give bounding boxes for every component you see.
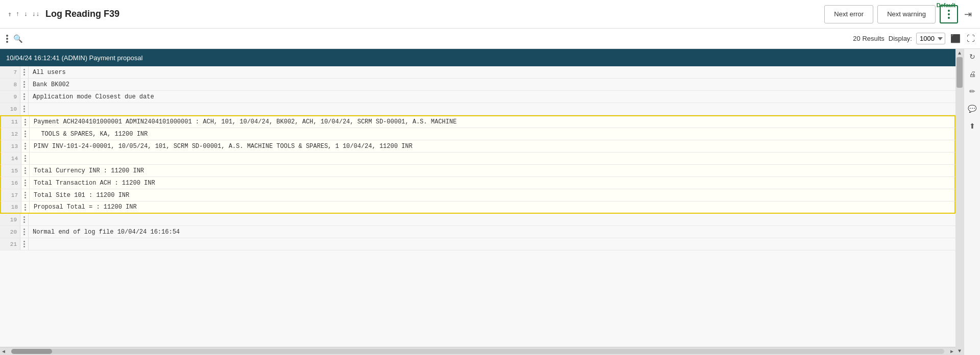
line-content: TOOLS & SPARES, KA, 11200 INR bbox=[30, 128, 954, 140]
next-warning-button[interactable]: Next warning bbox=[877, 5, 936, 23]
scroll-left-arrow[interactable]: ◀ bbox=[0, 348, 7, 354]
line-menu[interactable] bbox=[20, 214, 29, 225]
log-line: 15Total Currency INR : 11200 INR bbox=[0, 165, 955, 177]
line-menu[interactable] bbox=[20, 91, 29, 103]
line-menu[interactable] bbox=[21, 153, 30, 164]
fullscreen-icon-button[interactable]: ⛶ bbox=[966, 33, 976, 44]
display-select[interactable]: 1000 100 500 5000 bbox=[916, 33, 945, 44]
scrollbar-track[interactable] bbox=[11, 349, 944, 354]
page-title: Log Reading F39 bbox=[45, 9, 119, 19]
layers-icon-button[interactable]: ⬛ bbox=[949, 33, 962, 44]
log-line: 12 TOOLS & SPARES, KA, 11200 INR bbox=[0, 128, 955, 140]
log-line: 8Bank BK002 bbox=[0, 79, 955, 91]
results-count: 20 Results bbox=[853, 35, 884, 42]
tmenu-dot2 bbox=[6, 38, 8, 40]
log-line: 10 bbox=[0, 103, 955, 115]
search-button[interactable]: 🔍 bbox=[13, 34, 23, 43]
toolbar-menu-button[interactable] bbox=[4, 33, 10, 45]
line-menu[interactable] bbox=[20, 226, 29, 238]
line-content: PINV INV-101-24-00001, 10/05/24, 101, SC… bbox=[30, 140, 954, 152]
pencil-icon-button[interactable]: ✏ bbox=[968, 86, 977, 97]
nav-down-last-icon[interactable]: ↓↓ bbox=[30, 9, 41, 19]
line-content: Bank BK002 bbox=[29, 79, 955, 90]
log-line: 7All users bbox=[0, 66, 955, 79]
toolbar-left: 🔍 bbox=[4, 33, 23, 45]
next-error-button[interactable]: Next error bbox=[824, 5, 873, 23]
nav-up-first-icon[interactable]: ⇑ bbox=[6, 9, 13, 19]
line-menu[interactable] bbox=[20, 238, 29, 250]
log-line: 21 bbox=[0, 238, 955, 250]
line-menu[interactable] bbox=[21, 116, 30, 128]
scroll-down-button[interactable]: ▼ bbox=[955, 347, 964, 355]
line-number: 21 bbox=[0, 238, 20, 250]
log-line: 20Normal end of log file 10/04/24 16:16:… bbox=[0, 226, 955, 238]
vertical-scrollbar[interactable]: ▲ ▼ bbox=[955, 49, 964, 355]
nav-up-icon[interactable]: ↑ bbox=[14, 9, 21, 19]
default-badge: Default bbox=[937, 2, 955, 8]
line-number: 19 bbox=[0, 214, 20, 225]
toolbar-right: 20 Results Display: 1000 100 500 5000 ⬛ … bbox=[853, 33, 976, 44]
line-number: 14 bbox=[1, 153, 21, 164]
scrollbar-thumb bbox=[11, 349, 52, 354]
line-number: 12 bbox=[1, 128, 21, 140]
scroll-right-arrow[interactable]: ▶ bbox=[948, 348, 955, 354]
line-number: 16 bbox=[1, 177, 21, 189]
tmenu-dot3 bbox=[6, 41, 8, 43]
line-number: 8 bbox=[0, 79, 20, 90]
line-menu[interactable] bbox=[21, 140, 30, 152]
log-lines-container[interactable]: 7All users8Bank BK0029Application mode C… bbox=[0, 66, 955, 347]
log-line: 9Application mode Closest due date bbox=[0, 91, 955, 103]
top-bar-left: ⇑ ↑ ↓ ↓↓ Log Reading F39 bbox=[6, 9, 119, 19]
line-content bbox=[29, 238, 955, 250]
right-icons-panel: ↻ 🖨 ✏ 💬 ⬆ bbox=[964, 49, 980, 355]
scroll-thumb bbox=[957, 57, 963, 88]
display-label: Display: bbox=[889, 35, 912, 42]
toolbar-row: 🔍 20 Results Display: 1000 100 500 5000 … bbox=[0, 29, 980, 49]
log-line: 17Total Site 101 : 11200 INR bbox=[0, 189, 955, 201]
log-header-text: 10/04/24 16:12:41 (ADMIN) Payment propos… bbox=[6, 54, 142, 62]
line-number: 9 bbox=[0, 91, 20, 103]
line-content: Total Site 101 : 11200 INR bbox=[30, 189, 954, 201]
log-line: 11Payment ACH2404101000001 ADMIN24041010… bbox=[0, 115, 955, 128]
line-menu[interactable] bbox=[21, 128, 30, 140]
scroll-up-button[interactable]: ▲ bbox=[955, 49, 964, 57]
scroll-track[interactable] bbox=[955, 57, 964, 347]
line-menu[interactable] bbox=[20, 103, 29, 115]
line-number: 7 bbox=[0, 66, 20, 78]
dot2 bbox=[948, 13, 950, 15]
message-icon-button[interactable]: 💬 bbox=[966, 103, 978, 114]
line-content: Payment ACH2404101000001 ADMIN2404101000… bbox=[30, 116, 954, 128]
tmenu-dot1 bbox=[6, 35, 8, 37]
line-menu[interactable] bbox=[21, 165, 30, 176]
line-content: Total Currency INR : 11200 INR bbox=[30, 165, 954, 176]
line-number: 18 bbox=[1, 201, 21, 213]
log-line: 14 bbox=[0, 153, 955, 165]
line-menu[interactable] bbox=[21, 177, 30, 189]
dot1 bbox=[948, 10, 950, 12]
refresh-icon-button[interactable]: ↻ bbox=[968, 51, 977, 62]
line-menu[interactable] bbox=[20, 79, 29, 90]
line-menu[interactable] bbox=[21, 201, 30, 213]
line-content: Application mode Closest due date bbox=[29, 91, 955, 103]
line-number: 15 bbox=[1, 165, 21, 176]
log-line: 16Total Transaction ACH : 11200 INR bbox=[0, 177, 955, 189]
line-content bbox=[29, 214, 955, 225]
top-bar: ⇑ ↑ ↓ ↓↓ Log Reading F39 Next error Next… bbox=[0, 0, 980, 29]
bottom-scrollbar[interactable]: ◀ ▶ bbox=[0, 347, 955, 355]
line-content bbox=[29, 103, 955, 115]
exit-button[interactable]: ⇥ bbox=[962, 7, 974, 22]
log-container: 10/04/24 16:12:41 (ADMIN) Payment propos… bbox=[0, 49, 955, 355]
print-icon-button[interactable]: 🖨 bbox=[967, 68, 977, 80]
nav-down-icon[interactable]: ↓ bbox=[22, 9, 30, 19]
line-number: 13 bbox=[1, 140, 21, 152]
line-content: All users bbox=[29, 66, 955, 78]
log-line: 18Proposal Total = : 11200 INR bbox=[0, 201, 955, 214]
line-menu[interactable] bbox=[21, 189, 30, 201]
line-menu[interactable] bbox=[20, 66, 29, 78]
upload-icon-button[interactable]: ⬆ bbox=[968, 120, 977, 132]
line-content: Proposal Total = : 11200 INR bbox=[30, 201, 954, 213]
line-content: Total Transaction ACH : 11200 INR bbox=[30, 177, 954, 189]
main-area: 10/04/24 16:12:41 (ADMIN) Payment propos… bbox=[0, 49, 980, 355]
line-number: 20 bbox=[0, 226, 20, 238]
log-line: 19 bbox=[0, 214, 955, 226]
